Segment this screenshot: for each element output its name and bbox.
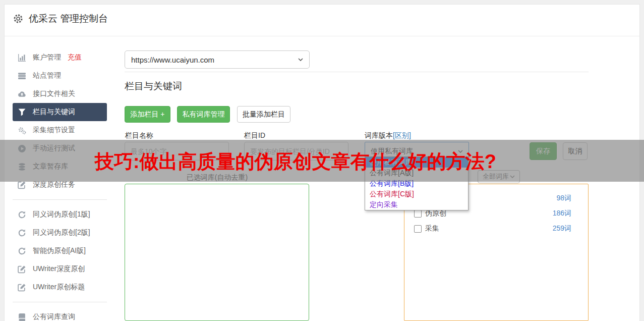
app-header: 优采云 管理控制台: [13, 12, 108, 25]
sidebar-divider: [13, 302, 107, 302]
edit-icon: [18, 283, 26, 292]
sidebar-item-interface-files[interactable]: 接口文件相关: [13, 85, 107, 103]
difference-link[interactable]: [区别]: [393, 131, 411, 139]
sidebar-item-label: 账户管理: [33, 53, 61, 62]
sidebar-item-label: 公有词库查询: [33, 312, 75, 321]
recharge-link[interactable]: 充值: [68, 53, 82, 62]
sidebar-item-label: UWriter深度原创: [33, 264, 85, 274]
sidebar-item-uwriter-deep[interactable]: UWriter深度原创: [13, 260, 107, 278]
cloud-upload-icon: [18, 90, 26, 98]
sidebar: 账户管理 充值 站点管理 接口文件相关 栏目与关键词 采集细节设置 手动运行测试…: [13, 48, 107, 321]
sidebar-item-columns-keywords[interactable]: 栏目与关键词: [13, 103, 107, 121]
sidebar-item-account-management[interactable]: 账户管理 充值: [13, 48, 107, 67]
bar-chart-icon: [18, 54, 26, 62]
content-divider: [125, 72, 589, 72]
refresh-icon: [18, 247, 26, 255]
book-icon: [18, 313, 26, 321]
checkbox[interactable]: [414, 225, 422, 233]
sidebar-item-collection-settings[interactable]: 采集细节设置: [13, 121, 107, 139]
word-count: 186词: [553, 209, 571, 218]
add-column-button[interactable]: 添加栏目 +: [125, 106, 170, 123]
chevron-down-icon: [298, 58, 303, 61]
overlay-caption-text: 技巧:做出高质量的伪原创文章有什么好的方法?: [95, 151, 496, 172]
gears-icon: [18, 126, 26, 135]
dropdown-option-public-c[interactable]: 公有词库[C版]: [365, 189, 468, 199]
thesaurus-version-label: 词库版本[区别]: [365, 131, 411, 140]
page-title: 栏目与关键词: [125, 80, 182, 93]
sidebar-item-label: 站点管理: [33, 71, 61, 80]
server-icon: [18, 72, 26, 80]
sidebar-item-label: UWriter原创标题: [33, 283, 85, 292]
gear-icon: [13, 13, 24, 24]
refresh-icon: [18, 229, 26, 237]
sidebar-item-label: 智能伪原创[AI版]: [33, 246, 86, 255]
private-thesaurus-button[interactable]: 私有词库管理: [177, 106, 230, 123]
site-select-value: https://www.ucaiyun.com: [131, 56, 214, 64]
refresh-icon: [18, 210, 26, 219]
sidebar-item-synonym-rewrite-v1[interactable]: 同义词伪原创[1版]: [13, 205, 107, 224]
sidebar-item-ai-rewrite[interactable]: 智能伪原创[AI版]: [13, 242, 107, 260]
edit-icon: [18, 265, 26, 274]
header-divider: [5, 36, 639, 36]
batch-add-column-button[interactable]: 批量添加栏目: [237, 106, 290, 123]
sidebar-item-label: 接口文件相关: [33, 89, 75, 98]
thesaurus-row-label: 采集: [425, 224, 439, 233]
sidebar-item-label: 同义词伪原创[2版]: [33, 228, 90, 237]
column-id-label: 栏目ID: [244, 131, 265, 140]
sidebar-item-label: 栏目与关键词: [33, 108, 75, 117]
sidebar-item-label: 同义词伪原创[1版]: [33, 210, 90, 219]
thesaurus-row: 采集 259词: [414, 221, 571, 236]
sidebar-item-public-thesaurus-query[interactable]: 公有词库查询: [13, 308, 107, 321]
sidebar-item-uwriter-title[interactable]: UWriter原创标题: [13, 278, 107, 296]
sidebar-item-label: 采集细节设置: [33, 126, 75, 135]
word-count: 259词: [553, 224, 571, 233]
edit-icon: [18, 181, 26, 189]
filter-icon: [18, 108, 26, 117]
sidebar-item-site-management[interactable]: 站点管理: [13, 67, 107, 85]
dropdown-option-targeted-collection[interactable]: 定向采集: [365, 199, 468, 210]
sidebar-divider: [13, 199, 107, 200]
app-title: 优采云 管理控制台: [29, 12, 108, 25]
site-select[interactable]: https://www.ucaiyun.com: [125, 50, 310, 69]
checkbox[interactable]: [414, 210, 422, 218]
word-count: 98词: [556, 194, 571, 203]
column-name-label: 栏目名称: [125, 131, 153, 140]
selected-thesaurus-box: [125, 184, 309, 321]
sidebar-item-synonym-rewrite-v2[interactable]: 同义词伪原创[2版]: [13, 224, 107, 242]
